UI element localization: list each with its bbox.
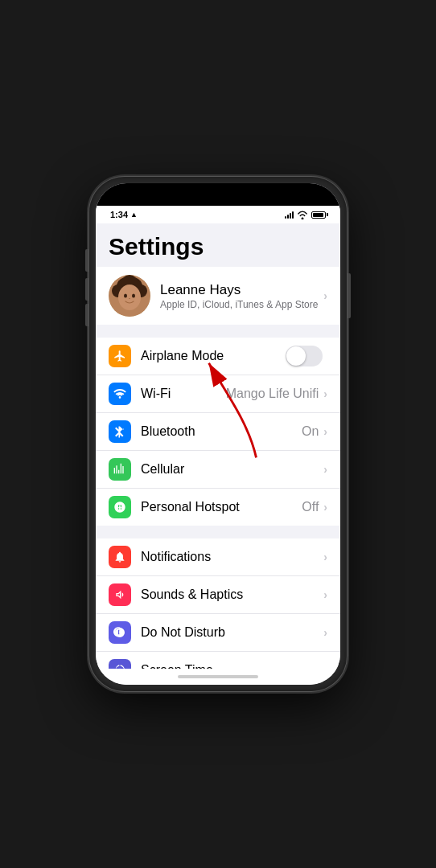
profile-name: Leanne Hays <box>160 282 323 298</box>
profile-section: Leanne Hays Apple ID, iCloud, iTunes & A… <box>96 267 340 325</box>
notch-area <box>96 183 340 206</box>
dnd-label: Do Not Disturb <box>141 625 323 640</box>
hotspot-icon <box>109 496 131 518</box>
wifi-value: Mango Life Unifi <box>226 387 319 401</box>
hotspot-value: Off <box>302 500 319 514</box>
cellular-label: Cellular <box>141 462 323 477</box>
profile-subtitle: Apple ID, iCloud, iTunes & App Store <box>160 299 323 310</box>
location-icon: ▲ <box>130 211 138 219</box>
bluetooth-label: Bluetooth <box>141 424 302 439</box>
sounds-row[interactable]: Sounds & Haptics › <box>96 576 340 614</box>
avatar-image <box>109 275 150 317</box>
phone-device: 1:34 ▲ <box>89 177 347 691</box>
cellular-icon <box>109 458 131 481</box>
svg-point-8 <box>132 294 135 298</box>
wifi-row[interactable]: Wi-Fi Mango Life Unifi › <box>96 375 340 413</box>
notifications-section: Notifications › Sounds & Haptics › <box>96 538 340 669</box>
status-icons <box>285 211 326 219</box>
sounds-icon <box>109 583 131 606</box>
screen-time-row[interactable]: Screen Time › <box>96 652 340 669</box>
dnd-row[interactable]: Do Not Disturb › <box>96 614 340 652</box>
cellular-chevron: › <box>323 463 327 476</box>
svg-point-7 <box>124 294 127 298</box>
sounds-label: Sounds & Haptics <box>141 588 323 602</box>
bluetooth-row[interactable]: Bluetooth On › <box>96 413 340 451</box>
wifi-settings-icon <box>109 383 131 405</box>
hotspot-chevron: › <box>323 501 327 514</box>
notifications-label: Notifications <box>141 550 323 564</box>
status-bar: 1:34 ▲ <box>96 206 340 223</box>
section-divider-2 <box>96 532 340 538</box>
notifications-chevron: › <box>323 551 327 563</box>
airplane-mode-toggle[interactable] <box>286 346 323 366</box>
svg-point-6 <box>118 285 141 310</box>
airplane-mode-icon <box>109 345 131 367</box>
profile-info: Leanne Hays Apple ID, iCloud, iTunes & A… <box>160 282 323 310</box>
sounds-chevron: › <box>323 588 327 601</box>
phone-screen: 1:34 ▲ <box>96 183 340 685</box>
dnd-chevron: › <box>323 626 327 639</box>
notch <box>170 183 266 201</box>
dnd-icon <box>109 621 131 644</box>
screen-time-icon <box>109 659 131 669</box>
airplane-mode-row[interactable]: Airplane Mode <box>96 338 340 375</box>
screen-time-chevron: › <box>323 664 327 669</box>
avatar <box>109 275 150 317</box>
section-divider-1 <box>96 331 340 338</box>
wifi-icon <box>297 211 308 219</box>
cellular-row[interactable]: Cellular › <box>96 451 340 489</box>
settings-content[interactable]: Settings <box>96 223 340 669</box>
bluetooth-chevron: › <box>323 425 327 438</box>
page-title: Settings <box>96 223 340 267</box>
bluetooth-value: On <box>302 424 319 439</box>
airplane-mode-label: Airplane Mode <box>141 349 286 363</box>
wifi-label: Wi-Fi <box>141 387 226 401</box>
battery-icon <box>311 211 326 219</box>
profile-row[interactable]: Leanne Hays Apple ID, iCloud, iTunes & A… <box>96 267 340 325</box>
notifications-row[interactable]: Notifications › <box>96 538 340 576</box>
hotspot-row[interactable]: Personal Hotspot Off › <box>96 489 340 526</box>
home-indicator <box>96 669 340 685</box>
connectivity-section: Airplane Mode Wi-Fi Mango Life Unifi › <box>96 338 340 526</box>
hotspot-label: Personal Hotspot <box>141 500 302 514</box>
signal-bars <box>285 211 294 219</box>
home-bar <box>178 675 258 678</box>
status-time: 1:34 ▲ <box>110 210 138 219</box>
profile-chevron: › <box>323 289 327 302</box>
wifi-chevron: › <box>323 387 327 400</box>
screen-time-label: Screen Time <box>141 663 323 669</box>
bluetooth-icon <box>109 420 131 443</box>
notifications-icon <box>109 546 131 568</box>
